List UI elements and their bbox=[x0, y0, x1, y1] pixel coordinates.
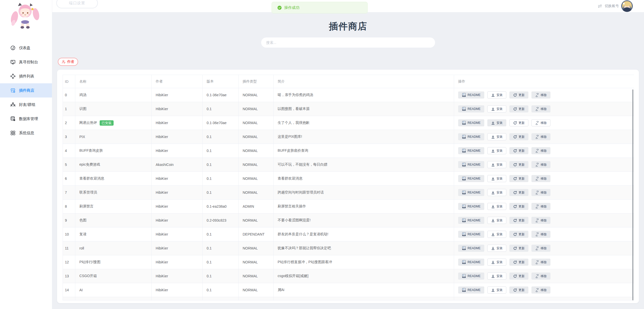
update-button[interactable]: 更新 bbox=[509, 231, 528, 238]
install-button[interactable]: 安装 bbox=[487, 217, 506, 224]
sidebar-item-6[interactable]: 系统信息 bbox=[0, 126, 52, 140]
install-button[interactable]: 安装 bbox=[487, 189, 506, 196]
update-button[interactable]: 更新 bbox=[509, 119, 528, 126]
update-button[interactable]: 更新 bbox=[509, 105, 528, 112]
cell-id: 7 bbox=[63, 186, 75, 200]
update-button[interactable]: 更新 bbox=[509, 147, 528, 154]
table-row: 7联系管理员HibiKier0.1NORMAL跨越空间与时间跟管理员对话 REA… bbox=[63, 186, 634, 200]
remove-button[interactable]: 移除 bbox=[531, 105, 550, 112]
port-settings-button[interactable]: 端口设置 bbox=[56, 0, 98, 8]
install-button[interactable]: 安装 bbox=[487, 286, 506, 294]
sidebar-item-4[interactable]: 好友/群组 bbox=[0, 98, 52, 112]
cell-type: ADMIN bbox=[239, 200, 274, 214]
remove-button[interactable]: 移除 bbox=[531, 259, 550, 266]
cell-version: 0.1 bbox=[203, 283, 239, 297]
install-button[interactable]: 安装 bbox=[487, 147, 506, 154]
install-button[interactable]: 安装 bbox=[487, 161, 506, 168]
install-button[interactable]: 安装 bbox=[487, 273, 506, 280]
sidebar-item-3[interactable]: 插件商店 bbox=[0, 83, 52, 98]
readme-button[interactable]: README bbox=[458, 217, 484, 224]
remove-button[interactable]: 移除 bbox=[531, 147, 550, 154]
plugin-name: P站排行/搜图 bbox=[79, 260, 100, 264]
sidebar-item-1[interactable]: 真寻控制台 bbox=[0, 55, 52, 69]
sidebar-item-5[interactable]: 数据库管理 bbox=[0, 112, 52, 126]
remove-button[interactable]: 移除 bbox=[531, 119, 550, 126]
update-button[interactable]: 更新 bbox=[509, 189, 528, 196]
install-button[interactable]: 安装 bbox=[487, 203, 506, 210]
sidebar-item-2[interactable]: 插件列表 bbox=[0, 69, 52, 83]
readme-button[interactable]: README bbox=[458, 147, 484, 154]
cell-type: NORMAL bbox=[239, 255, 274, 269]
cell-actions: README 安装 更新 移除 bbox=[454, 144, 634, 158]
update-button[interactable]: 更新 bbox=[509, 245, 528, 252]
update-button[interactable]: 更新 bbox=[509, 273, 528, 280]
update-button[interactable]: 更新 bbox=[509, 175, 528, 182]
remove-button[interactable]: 移除 bbox=[531, 273, 550, 280]
user-avatar[interactable] bbox=[621, 0, 633, 12]
search-input[interactable] bbox=[261, 37, 435, 48]
update-button[interactable]: 更新 bbox=[509, 217, 528, 224]
sidebar-item-0[interactable]: 仪表盘 bbox=[0, 41, 52, 55]
install-button[interactable]: 安装 bbox=[487, 231, 506, 238]
readme-button[interactable]: README bbox=[458, 175, 484, 182]
readme-button[interactable]: README bbox=[458, 119, 484, 126]
install-button[interactable]: 安装 bbox=[487, 133, 506, 140]
update-button[interactable]: 更新 bbox=[509, 259, 528, 266]
update-button[interactable]: 更新 bbox=[509, 91, 528, 99]
install-button[interactable]: 安装 bbox=[487, 175, 506, 182]
cell-version: 0.1 bbox=[203, 130, 239, 144]
plugin-name: 刷屏禁言 bbox=[79, 204, 94, 209]
install-button[interactable]: 安装 bbox=[487, 91, 506, 99]
cell-version: 0.1 bbox=[203, 255, 239, 269]
remove-button[interactable]: 移除 bbox=[531, 231, 550, 238]
store-icon bbox=[10, 88, 16, 93]
cell-type: DEPENDANT bbox=[239, 227, 274, 241]
readme-button[interactable]: README bbox=[458, 133, 484, 140]
remove-button[interactable]: 移除 bbox=[531, 175, 550, 182]
update-button[interactable]: 更新 bbox=[509, 203, 528, 210]
remove-button[interactable]: 移除 bbox=[531, 286, 550, 294]
readme-button[interactable]: README bbox=[458, 203, 484, 210]
cell-id: 8 bbox=[63, 200, 75, 214]
update-button[interactable]: 更新 bbox=[509, 161, 528, 168]
cell-intro: 刷屏禁言相关操作 bbox=[274, 200, 454, 214]
table-scrollbar-thumb[interactable] bbox=[632, 89, 633, 300]
readme-button[interactable]: README bbox=[458, 91, 484, 99]
readme-button[interactable]: README bbox=[458, 161, 484, 168]
readme-button[interactable]: README bbox=[458, 189, 484, 196]
plugin-name: 复读 bbox=[79, 232, 86, 237]
readme-button[interactable]: README bbox=[458, 105, 484, 112]
remove-button[interactable]: 移除 bbox=[531, 91, 550, 99]
switch-account-link[interactable]: 切换账号 bbox=[605, 4, 619, 8]
readme-button[interactable]: README bbox=[458, 259, 484, 266]
readme-button[interactable]: README bbox=[458, 273, 484, 280]
readme-button[interactable]: README bbox=[458, 245, 484, 252]
readme-button[interactable]: README bbox=[458, 231, 484, 238]
plugin-table-card: ID名称作者版本插件类型简介操作 0鸡汤HibiKier0.1-36e70aeN… bbox=[57, 70, 639, 303]
main-content: 插件商店 作者 ID名称作者版本插件类型简介操作 0鸡汤HibiKier0.1-… bbox=[52, 12, 644, 309]
cell-name: 网易云热评已安装 bbox=[75, 116, 152, 130]
remove-button[interactable]: 移除 bbox=[531, 217, 550, 224]
table-row: 9色图HibiKier0.2-093c823NORMAL不要小看涩图啊混蛋! R… bbox=[63, 214, 634, 227]
cell-type: NORMAL bbox=[239, 102, 274, 116]
cell-author: HibiKier bbox=[152, 214, 203, 227]
install-button[interactable]: 安装 bbox=[487, 119, 506, 126]
remove-button[interactable]: 移除 bbox=[531, 203, 550, 210]
cell-version: 0.1 bbox=[203, 144, 239, 158]
install-button[interactable]: 安装 bbox=[487, 259, 506, 266]
remove-button[interactable]: 移除 bbox=[531, 133, 550, 140]
cell-name: BUFF查询皮肤 bbox=[75, 144, 152, 158]
install-button[interactable]: 安装 bbox=[487, 105, 506, 112]
author-filter-button[interactable]: 作者 bbox=[58, 58, 78, 66]
cell-type: NORMAL bbox=[239, 214, 274, 227]
install-button[interactable]: 安装 bbox=[487, 245, 506, 252]
cell-id: 5 bbox=[63, 158, 75, 172]
remove-button[interactable]: 移除 bbox=[531, 161, 550, 168]
users-icon bbox=[10, 102, 16, 107]
update-button[interactable]: 更新 bbox=[509, 133, 528, 140]
table-row: 5epic免费游戏AkashiCoin0.1NORMAL可以不玩，不能没有，每日… bbox=[63, 158, 634, 172]
update-button[interactable]: 更新 bbox=[509, 286, 528, 294]
remove-button[interactable]: 移除 bbox=[531, 245, 550, 252]
readme-button[interactable]: README bbox=[458, 286, 484, 294]
remove-button[interactable]: 移除 bbox=[531, 189, 550, 196]
